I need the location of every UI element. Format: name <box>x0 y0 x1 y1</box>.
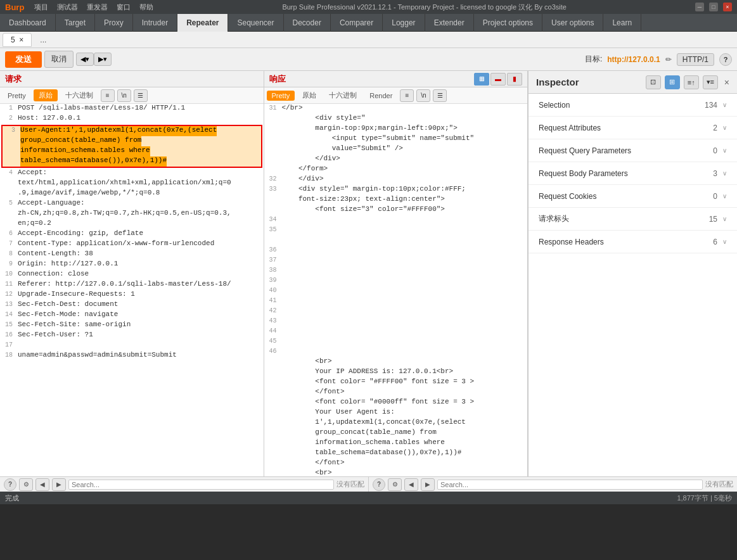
tab-learn[interactable]: Learn <box>603 14 641 32</box>
view-vertical-btn[interactable]: ▮ <box>507 73 522 86</box>
bottom-right-search[interactable] <box>437 480 703 490</box>
close-button[interactable]: × <box>723 3 732 11</box>
tab-logger[interactable]: Logger <box>383 14 425 32</box>
resp-icon-wrap[interactable]: \n <box>416 89 430 102</box>
menu-item-project[interactable]: 项目 <box>34 3 48 12</box>
inspector-req-headers-chevron: ∨ <box>722 215 727 222</box>
resp-tab-pretty[interactable]: Pretty <box>267 91 295 101</box>
request-toolbar: Pretty 原始 十六进制 ≡ \n ☰ <box>0 87 264 104</box>
req-tab-hex[interactable]: 十六进制 <box>60 89 98 101</box>
resp-line-39: 33 <div style=" margin-top:10px;color:#F… <box>264 185 528 195</box>
tab-repeater[interactable]: Repeater <box>177 14 228 32</box>
bottom-right-help[interactable]: ? <box>373 478 385 491</box>
menu-item-window[interactable]: 窗口 <box>117 3 131 12</box>
tab-target[interactable]: Target <box>56 14 95 32</box>
req-icon-wrap[interactable]: \n <box>117 89 131 102</box>
bottom-left-back[interactable]: ◀ <box>35 478 49 491</box>
tab-dashboard[interactable]: Dashboard <box>0 14 56 32</box>
response-code-area[interactable]: 31 </br> <div style=" margin-top:9px;mar… <box>264 104 528 476</box>
inspector-row-req-headers[interactable]: 请求标头 15 ∨ <box>529 208 737 231</box>
inspector-row-resp-headers[interactable]: Response Headers 6 ∨ <box>529 231 737 253</box>
inspector-btn-2[interactable]: ⊞ <box>665 75 680 89</box>
target-edit-icon[interactable]: ✏ <box>665 55 672 64</box>
inspector-selection-chevron: ∨ <box>722 101 727 108</box>
inspector-cookies-chevron: ∨ <box>722 193 727 200</box>
status-stats: 1,877字节 | 5毫秒 <box>677 493 732 503</box>
menu-item-scanner[interactable]: 测试器 <box>57 3 78 12</box>
view-split-btn[interactable]: ⊞ <box>474 73 489 86</box>
view-horizontal-btn[interactable]: ▬ <box>490 73 506 86</box>
tab-sequencer[interactable]: Sequencer <box>228 14 283 32</box>
req-icon-menu[interactable]: ☰ <box>134 89 148 102</box>
inspector-filter-btn[interactable]: ▾≡ <box>703 75 718 89</box>
http-version[interactable]: HTTP/1 <box>677 53 714 66</box>
resp-line-34: <input type="submit" name="submit" <box>264 134 528 144</box>
resp-tab-render[interactable]: Render <box>364 91 397 101</box>
tab-proxy[interactable]: Proxy <box>95 14 133 32</box>
inspector-query-params-count: 0 <box>713 146 717 155</box>
inspector-btn-1[interactable]: ⊡ <box>646 75 661 89</box>
inspector-body-params-label: Request Body Parameters <box>539 169 713 178</box>
req-line-17: 17 <box>0 341 264 351</box>
resp-line-33: margin-top:9px;margin-left:90px;"> <box>264 124 528 134</box>
req-tab-raw[interactable]: 原始 <box>34 89 58 101</box>
resp-icon-list[interactable]: ≡ <box>400 89 414 102</box>
menu-item-repeater[interactable]: 重发器 <box>87 3 108 12</box>
inspector-row-cookies[interactable]: Request Cookies 0 ∨ <box>529 185 737 208</box>
bottom-left-fwd[interactable]: ▶ <box>52 478 66 491</box>
req-line-16: 16 Sec-Fetch-User: ?1 <box>0 331 264 341</box>
tab-decoder[interactable]: Decoder <box>284 14 331 32</box>
bottom-right-back[interactable]: ◀ <box>404 478 418 491</box>
inspector-req-attrs-count: 2 <box>713 124 717 132</box>
send-button[interactable]: 发送 <box>5 51 42 68</box>
inspector-row-selection[interactable]: Selection 134 ∨ <box>529 94 737 117</box>
inspector-sort-btn[interactable]: ≡↑ <box>684 75 699 89</box>
subtab-5[interactable]: 5 × <box>3 33 32 47</box>
response-panel: 响应 ⊞ ▬ ▮ Pretty 原始 十六进制 Render ≡ \n ☰ 31… <box>264 71 529 476</box>
request-code-area[interactable]: 1 POST /sqli-labs-master/Less-18/ HTTP/1… <box>0 104 264 476</box>
resp-line-font3: <font color= "#0000ff" font size = 3 > <box>264 398 528 408</box>
resp-line-47: 38 <box>264 266 528 276</box>
tab-comparer[interactable]: Comparer <box>331 14 383 32</box>
cancel-button[interactable]: 取消 <box>44 51 74 68</box>
tab-user-options[interactable]: User options <box>542 14 603 32</box>
inspector-row-query-params[interactable]: Request Query Parameters 0 ∨ <box>529 139 737 162</box>
inspector-query-params-chevron: ∨ <box>722 147 727 154</box>
inspector-cookies-label: Request Cookies <box>539 192 713 201</box>
inspector-row-req-attrs[interactable]: Request Attributes 2 ∨ <box>529 117 737 139</box>
req-tab-pretty[interactable]: Pretty <box>3 91 31 101</box>
minimize-button[interactable]: ─ <box>695 3 704 11</box>
resp-tab-raw[interactable]: 原始 <box>297 89 321 101</box>
inspector-header: Inspector ⊡ ⊞ ≡↑ ▾≡ × <box>529 71 737 94</box>
resp-line-50: 41 <box>264 296 528 307</box>
resp-icon-menu[interactable]: ☰ <box>433 89 447 102</box>
bottom-left-help[interactable]: ? <box>4 478 16 491</box>
bottom-left-settings[interactable]: ⚙ <box>19 478 33 491</box>
target-url: http://127.0.0.1 <box>607 55 660 64</box>
help-button[interactable]: ? <box>719 53 732 66</box>
nav-tabs: Dashboard Target Proxy Intruder Repeater… <box>0 14 737 32</box>
inspector-selection-label: Selection <box>539 101 705 110</box>
resp-tab-hex[interactable]: 十六进制 <box>324 89 362 101</box>
menu-item-help[interactable]: 帮助 <box>139 3 153 12</box>
bottom-right-fwd[interactable]: ▶ <box>421 478 435 491</box>
tab-project-options[interactable]: Project options <box>474 14 542 32</box>
bottom-left-search[interactable] <box>68 480 334 490</box>
maximize-button[interactable]: □ <box>709 3 718 11</box>
tab-intruder[interactable]: Intruder <box>133 14 177 32</box>
req-icon-list[interactable]: ≡ <box>101 89 115 102</box>
resp-line-useragent: Your User Agent is: <box>264 408 528 418</box>
req-line-3c: table_schema=database()),0x7e),1))# <box>3 156 261 167</box>
bottom-right-settings[interactable]: ⚙ <box>388 478 402 491</box>
tab-extender[interactable]: Extender <box>425 14 474 32</box>
nav-forward-button[interactable]: ▶▾ <box>94 53 112 66</box>
inspector-row-body-params[interactable]: Request Body Parameters 3 ∨ <box>529 162 737 185</box>
inspector-close-btn[interactable]: × <box>724 77 729 87</box>
req-line-4b: .9,image/avif,image/webp,*/*;q=0.8 <box>0 189 264 199</box>
target-bar: 目标: http://127.0.0.1 ✏ HTTP/1 ? <box>585 53 732 66</box>
subtab-more[interactable]: ... <box>32 33 54 47</box>
nav-back-button[interactable]: ◀▾ <box>76 53 94 66</box>
resp-line-35: value="Submit" /> <box>264 144 528 155</box>
inspector-body-params-count: 3 <box>713 169 717 178</box>
request-panel: 请求 Pretty 原始 十六进制 ≡ \n ☰ 1 POST /sqli-la… <box>0 71 264 476</box>
